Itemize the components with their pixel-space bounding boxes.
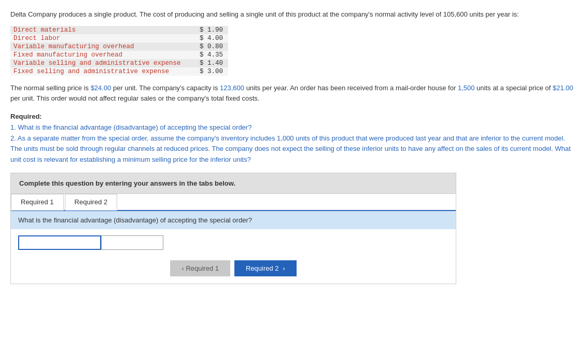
cost-table: Direct materials$ 1.90Direct labor$ 4.00… bbox=[10, 26, 228, 76]
cost-value: $ 4.35 bbox=[187, 51, 228, 59]
cost-value: $ 3.00 bbox=[187, 67, 228, 76]
answer-input-2[interactable] bbox=[101, 235, 163, 250]
cost-value: $ 1.40 bbox=[187, 59, 228, 67]
normal-text: The normal selling price is $24.00 per u… bbox=[10, 83, 578, 105]
cost-label: Direct labor bbox=[10, 34, 187, 43]
cost-value: $ 1.90 bbox=[187, 26, 228, 34]
answer-area bbox=[11, 229, 456, 256]
cost-label: Variable selling and administrative expe… bbox=[10, 59, 187, 67]
next-button[interactable]: Required 2 › bbox=[234, 260, 297, 276]
cost-label: Fixed manufacturing overhead bbox=[10, 51, 187, 59]
cost-label: Direct materials bbox=[10, 26, 187, 34]
intro-paragraph: Delta Company produces a single product.… bbox=[10, 9, 578, 20]
cost-label: Fixed selling and administrative expense bbox=[10, 67, 187, 76]
tab-content: What is the financial advantage (disadva… bbox=[11, 211, 456, 284]
required-item-2: 2. As a separate matter from the special… bbox=[10, 133, 578, 165]
cost-value: $ 0.80 bbox=[187, 43, 228, 51]
required-title: Required: bbox=[10, 111, 578, 122]
cost-value: $ 4.00 bbox=[187, 34, 228, 43]
required-item-1: 1. What is the financial advantage (disa… bbox=[10, 122, 578, 133]
tab-required-2[interactable]: Required 2 bbox=[65, 194, 118, 211]
prev-button[interactable]: ‹ Required 1 bbox=[170, 260, 230, 276]
tab-required-1[interactable]: Required 1 bbox=[11, 194, 64, 211]
next-arrow-icon: › bbox=[283, 264, 285, 272]
complete-box: Complete this question by entering your … bbox=[10, 173, 456, 194]
cost-label: Variable manufacturing overhead bbox=[10, 43, 187, 51]
prev-button-label: Required 1 bbox=[186, 264, 219, 272]
tab-question: What is the financial advantage (disadva… bbox=[11, 211, 456, 229]
next-button-label: Required 2 bbox=[246, 264, 279, 272]
tabs-row: Required 1 Required 2 bbox=[11, 194, 456, 211]
answer-input-1[interactable] bbox=[18, 235, 101, 250]
nav-buttons: ‹ Required 1 Required 2 › bbox=[11, 256, 456, 284]
required-section: Required: 1. What is the financial advan… bbox=[10, 111, 578, 165]
tabs-container: Required 1 Required 2 What is the financ… bbox=[10, 194, 456, 284]
prev-arrow-icon: ‹ bbox=[181, 264, 184, 272]
